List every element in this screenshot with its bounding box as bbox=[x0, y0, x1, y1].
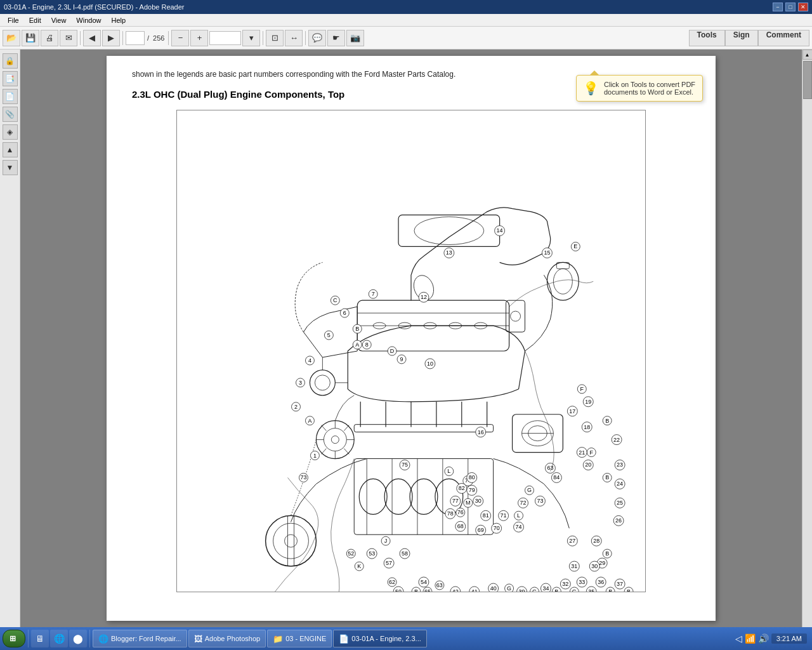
save-button[interactable]: 💾 bbox=[22, 30, 39, 46]
svg-text:30: 30 bbox=[591, 563, 598, 569]
right-toolbar: Tools Sign Comment bbox=[689, 30, 809, 46]
svg-text:41: 41 bbox=[471, 588, 478, 592]
page-total: 256 bbox=[152, 34, 166, 42]
svg-text:40: 40 bbox=[490, 585, 497, 592]
svg-text:30: 30 bbox=[475, 498, 481, 504]
svg-text:54: 54 bbox=[421, 579, 427, 585]
nav-arrow-up[interactable]: ▲ bbox=[3, 142, 18, 157]
svg-text:69: 69 bbox=[478, 527, 484, 533]
email-button[interactable]: ✉ bbox=[60, 30, 77, 46]
svg-text:B: B bbox=[608, 588, 612, 592]
svg-text:73: 73 bbox=[300, 474, 306, 481]
menu-edit[interactable]: Edit bbox=[24, 15, 46, 25]
menu-file[interactable]: File bbox=[3, 15, 24, 25]
system-clock[interactable]: 3:21 AM bbox=[771, 633, 807, 644]
ie-button[interactable]: 🌐 bbox=[50, 630, 68, 647]
menu-window[interactable]: Window bbox=[71, 15, 106, 25]
hand-tool-button[interactable]: ☛ bbox=[327, 30, 345, 46]
svg-text:52: 52 bbox=[348, 550, 354, 557]
open-button[interactable]: 📂 bbox=[3, 30, 20, 46]
svg-text:24: 24 bbox=[617, 481, 623, 487]
nav-arrow-down[interactable]: ▼ bbox=[3, 160, 18, 175]
network-icon[interactable]: 📶 bbox=[745, 633, 756, 644]
svg-text:10: 10 bbox=[427, 361, 433, 367]
svg-text:G: G bbox=[507, 585, 511, 592]
svg-text:32: 32 bbox=[562, 581, 568, 587]
page-number-input[interactable]: 1 bbox=[126, 31, 145, 45]
svg-text:J: J bbox=[384, 538, 387, 544]
svg-text:28: 28 bbox=[593, 538, 599, 544]
taskbar-item-blogger[interactable]: 🌐 Blogger: Ford Repair... bbox=[93, 630, 187, 647]
pages-icon[interactable]: 📄 bbox=[3, 89, 18, 104]
zoom-out-button[interactable]: − bbox=[171, 30, 189, 46]
fit-page-button[interactable]: ⊡ bbox=[266, 30, 284, 46]
maximize-button[interactable]: □ bbox=[785, 3, 796, 11]
taskbar-item-engine[interactable]: 📁 03 - ENGINE bbox=[267, 630, 332, 647]
scroll-thumb[interactable] bbox=[803, 61, 812, 99]
svg-text:31: 31 bbox=[571, 563, 577, 569]
lightbulb-icon: 💡 bbox=[583, 81, 599, 96]
svg-text:63: 63 bbox=[436, 582, 443, 588]
tools-button[interactable]: Tools bbox=[689, 30, 725, 46]
windows-icon: ⊞ bbox=[10, 634, 16, 643]
svg-text:20: 20 bbox=[585, 462, 591, 468]
zoom-input[interactable]: 130% bbox=[209, 31, 241, 45]
fit-width-button[interactable]: ↔ bbox=[285, 30, 303, 46]
left-sidebar: 🔒 📑 📄 📎 ◈ ▲ ▼ bbox=[0, 50, 20, 627]
show-desktop-button[interactable]: 🖥 bbox=[31, 630, 49, 647]
chrome-button[interactable]: ⬤ bbox=[69, 630, 87, 647]
engine-diagram: 13 14 15 E C 6 7 bbox=[176, 110, 646, 592]
svg-text:84: 84 bbox=[553, 474, 560, 481]
bookmark-icon[interactable]: 📑 bbox=[3, 71, 18, 86]
taskbar-photoshop-label: Adobe Photoshop bbox=[205, 635, 260, 642]
scroll-up-arrow[interactable]: ▲ bbox=[802, 50, 813, 60]
attach-icon[interactable]: 📎 bbox=[3, 107, 18, 122]
minimize-button[interactable]: − bbox=[773, 3, 783, 11]
svg-text:K: K bbox=[357, 563, 361, 569]
svg-text:80: 80 bbox=[469, 474, 475, 481]
next-page-button[interactable]: ▶ bbox=[102, 30, 120, 46]
svg-text:C: C bbox=[333, 297, 337, 303]
page-separator: / bbox=[146, 34, 150, 42]
menubar: File Edit View Window Help bbox=[0, 14, 812, 27]
svg-text:34: 34 bbox=[542, 585, 549, 592]
lock-icon[interactable]: 🔒 bbox=[3, 53, 18, 69]
svg-text:29: 29 bbox=[599, 560, 605, 566]
prev-page-button[interactable]: ◀ bbox=[83, 30, 101, 46]
start-button[interactable]: ⊞ bbox=[3, 630, 25, 647]
svg-text:73: 73 bbox=[537, 498, 543, 504]
tooltip-arrow bbox=[589, 70, 599, 76]
volume-icon[interactable]: 🔊 bbox=[758, 633, 769, 644]
taskbar-item-reader[interactable]: 📄 03-01A - Engine, 2.3... bbox=[333, 630, 426, 647]
svg-text:7: 7 bbox=[372, 291, 375, 297]
titlebar-title: 03-01A - Engine, 2.3L I-4.pdf (SECURED) … bbox=[4, 3, 185, 11]
layers-icon[interactable]: ◈ bbox=[3, 124, 18, 140]
comment-button[interactable]: Comment bbox=[758, 30, 809, 46]
print-button[interactable]: 🖨 bbox=[41, 30, 58, 46]
sep4 bbox=[263, 31, 263, 45]
close-button[interactable]: ✕ bbox=[798, 3, 808, 11]
svg-text:78: 78 bbox=[447, 510, 454, 517]
menu-view[interactable]: View bbox=[46, 15, 72, 25]
svg-text:21: 21 bbox=[579, 449, 585, 456]
zoom-dropdown[interactable]: ▾ bbox=[242, 30, 260, 46]
zoom-in-button[interactable]: + bbox=[190, 30, 208, 46]
svg-text:77: 77 bbox=[452, 498, 459, 504]
svg-text:27: 27 bbox=[569, 538, 575, 544]
show-hidden-icons[interactable]: ◁ bbox=[735, 633, 742, 644]
toolbar: 📂 💾 🖨 ✉ ◀ ▶ 1 / 256 − + 130% ▾ ⊡ ↔ 💬 ☛ 📷… bbox=[0, 27, 812, 50]
svg-text:39: 39 bbox=[519, 588, 525, 592]
taskbar-item-photoshop[interactable]: 🖼 Adobe Photoshop bbox=[188, 630, 266, 647]
svg-text:65: 65 bbox=[424, 588, 431, 592]
menu-help[interactable]: Help bbox=[106, 15, 131, 25]
pdf-area[interactable]: 💡 Click on Tools to convert PDF document… bbox=[20, 50, 802, 627]
blogger-icon: 🌐 bbox=[98, 634, 108, 644]
svg-text:G: G bbox=[532, 588, 537, 592]
svg-text:17: 17 bbox=[569, 408, 575, 415]
svg-text:19: 19 bbox=[585, 399, 591, 405]
svg-text:72: 72 bbox=[520, 500, 527, 506]
svg-text:79: 79 bbox=[469, 487, 475, 493]
sign-button[interactable]: Sign bbox=[725, 30, 758, 46]
select-tool-button[interactable]: 💬 bbox=[308, 30, 326, 46]
snapshot-button[interactable]: 📷 bbox=[346, 30, 364, 46]
